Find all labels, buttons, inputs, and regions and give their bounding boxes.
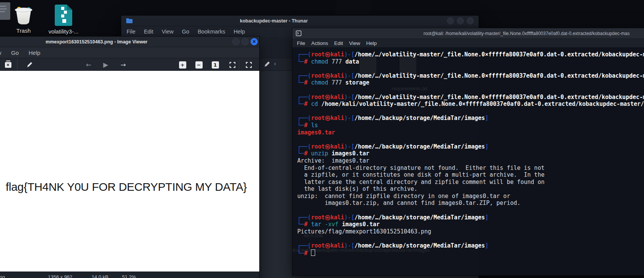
terminal-line: latter case the central directory and zi…	[297, 179, 644, 186]
terminal-text-segment: )-[	[344, 51, 354, 58]
slideshow-button[interactable]: ▶	[101, 60, 110, 69]
toolbar-separator	[239, 60, 239, 70]
zoom-out-button[interactable]: −	[194, 60, 203, 69]
next-image-button[interactable]: →	[119, 60, 128, 69]
close-button[interactable]	[467, 18, 474, 24]
terminal-text-segment: /home/…/backup/storage/MediaTar/images	[354, 143, 485, 150]
minimize-button[interactable]	[232, 38, 240, 45]
toolbar-separator	[17, 60, 17, 70]
arrow-left-icon: ←	[86, 61, 91, 69]
menu-item-edit[interactable]: Edit	[334, 40, 343, 46]
terminal-text-segment: cd	[311, 101, 318, 107]
terminal-line: the last disk(s) of this archive.	[297, 185, 644, 193]
zip-archive-icon	[55, 5, 72, 26]
menu-item-go[interactable]: Go	[182, 29, 189, 35]
terminal-icon	[296, 30, 301, 36]
menu-item-view[interactable]: View	[349, 40, 360, 46]
window-title: root@kali: /home/kali/volatility-master/…	[424, 31, 630, 36]
minimize-button[interactable]	[447, 18, 454, 24]
zoom-in-icon: +	[179, 61, 186, 69]
image-canvas[interactable]: flag{TH4NK Y0U FOR DECRYPTING MY DATA}	[0, 71, 259, 272]
terminal-text-segment: the last disk(s) of this archive.	[297, 185, 417, 192]
desktop-icon-label: volatility3-...	[45, 28, 82, 35]
terminal-text-segment: └─	[297, 79, 304, 86]
terminal-line: ┌──(root㉿kali)-[/home/…/backup/storage/M…	[297, 115, 644, 122]
terminal-line: unzip: cannot find zipfile directory in …	[297, 193, 644, 200]
terminal-text-segment: )-[	[344, 94, 354, 101]
terminal-text-segment: ┌──(	[297, 143, 311, 150]
menu-item-help[interactable]: Help	[29, 50, 40, 56]
delete-image-button[interactable]: ✕	[3, 60, 13, 69]
terminal-text-segment: ]	[485, 143, 489, 150]
close-button[interactable]: ✕	[251, 38, 258, 45]
desktop-icon-trash[interactable]: Trash	[5, 6, 42, 34]
thunar-titlebar[interactable]: kobackupdec-master - Thunar	[121, 16, 479, 26]
menu-item-help[interactable]: Help	[366, 40, 377, 46]
status-zoom-level: 51.2%	[122, 274, 136, 278]
maximize-button[interactable]	[241, 38, 249, 45]
maximize-button[interactable]	[457, 18, 464, 24]
terminal-line: a zipfile, or it constitutes one disk of…	[297, 171, 644, 179]
terminal-line: End-of-central-directory signature not f…	[297, 165, 644, 172]
menu-item-bookmarks[interactable]: Bookmarks	[198, 29, 225, 35]
terminal-text-segment: └─	[297, 122, 304, 129]
terminal-line: └─# unzip images0.tar	[297, 150, 644, 157]
previous-image-button[interactable]: ←	[84, 60, 93, 69]
menu-item-help[interactable]: Help	[233, 29, 245, 35]
status-filename: mmexport1630152510463.png	[0, 274, 5, 278]
terminal-line: └─# chmod 777 storage	[297, 79, 644, 86]
terminal-text-segment: /home/…/volatility-master/_file.None.0×f…	[354, 51, 644, 58]
terminal-text-segment: images0.tar	[338, 221, 379, 228]
menu-item-file[interactable]: File	[297, 40, 305, 46]
flag-image-text: flag{TH4NK Y0U FOR DECRYPTING MY DATA}	[6, 181, 247, 193]
terminal-text-segment: storage	[345, 79, 369, 86]
terminal-titlebar[interactable]: root@kali: /home/kali/volatility-master/…	[292, 28, 644, 39]
zoom-in-button[interactable]: +	[178, 60, 187, 69]
terminal-line: └─# chmod 777 data	[297, 58, 644, 66]
terminal-text-segment: unzip	[311, 150, 328, 157]
image-viewer-window: mmexport1630152510463.png - Image Viewer…	[0, 36, 260, 278]
terminal-text-segment: root㉿kali	[311, 94, 344, 101]
normal-size-button[interactable]: 1	[211, 60, 220, 69]
best-fit-button[interactable]	[228, 60, 237, 69]
terminal-line: └─# cd /home/kali/volatility-master/_fil…	[297, 101, 644, 108]
menu-item-go[interactable]: Go	[11, 50, 19, 56]
terminal-text-segment: root㉿kali	[311, 72, 344, 79]
chevron-right-icon[interactable]: ›	[274, 60, 276, 67]
viewer-statusbar: mmexport1630152510463.png 1356 x 962 14.…	[0, 272, 259, 278]
best-fit-icon	[229, 61, 236, 69]
menu-item-view[interactable]: View	[0, 50, 1, 56]
terminal-text-segment: #	[304, 58, 311, 65]
menu-item-edit[interactable]: Edit	[144, 29, 153, 35]
ghost-folder-icon	[360, 54, 376, 75]
ghost-pathbar-label: extracted/kobackupdec-master/backup/stor…	[292, 247, 430, 253]
edit-image-button[interactable]	[25, 60, 34, 69]
fullscreen-button[interactable]	[244, 60, 253, 69]
terminal-text-segment: )-[	[344, 115, 354, 121]
zoom-normal-icon: 1	[212, 61, 219, 69]
desktop-icon-volatility[interactable]: volatility3-...	[45, 5, 82, 35]
window-title: kobackupdec-master - Thunar	[240, 18, 308, 24]
edit-path-icon[interactable]	[264, 61, 270, 67]
viewer-titlebar[interactable]: mmexport1630152510463.png - Image Viewer…	[0, 37, 259, 47]
terminal-text-segment: /home/…/backup/storage/MediaTar/images	[354, 214, 485, 221]
terminal-line: Pictures/flag/mmexport1630152510463.png	[297, 228, 644, 235]
menu-item-view[interactable]: View	[162, 29, 173, 35]
terminal-text-segment: #	[304, 79, 311, 86]
terminal-text-segment: └─	[297, 150, 304, 157]
terminal-text-segment: /home/kali/volatility-master/_file.None.…	[318, 101, 644, 107]
terminal-text-segment: ┌──(	[297, 72, 311, 79]
terminal-text-segment: root㉿kali	[311, 51, 344, 58]
menu-item-actions[interactable]: Actions	[311, 40, 328, 46]
terminal-text-segment: #	[304, 150, 311, 157]
terminal-lines: ┌──(root㉿kali)-[/home/…/volatility-maste…	[297, 51, 644, 256]
terminal-text-segment: ┌──(	[297, 214, 311, 221]
terminal-line	[297, 235, 644, 242]
terminal-text-segment: └─	[297, 58, 304, 65]
folder-icon	[126, 18, 133, 24]
trash-icon	[15, 6, 32, 25]
menu-item-file[interactable]: File	[127, 29, 135, 35]
terminal-menubar: FileActionsEditViewHelp	[292, 39, 644, 48]
terminal-output[interactable]: requirements.txt 48.5 GiB extracted/koba…	[292, 48, 644, 276]
terminal-line: images0.tar.zip, and cannot find images0…	[297, 200, 644, 207]
